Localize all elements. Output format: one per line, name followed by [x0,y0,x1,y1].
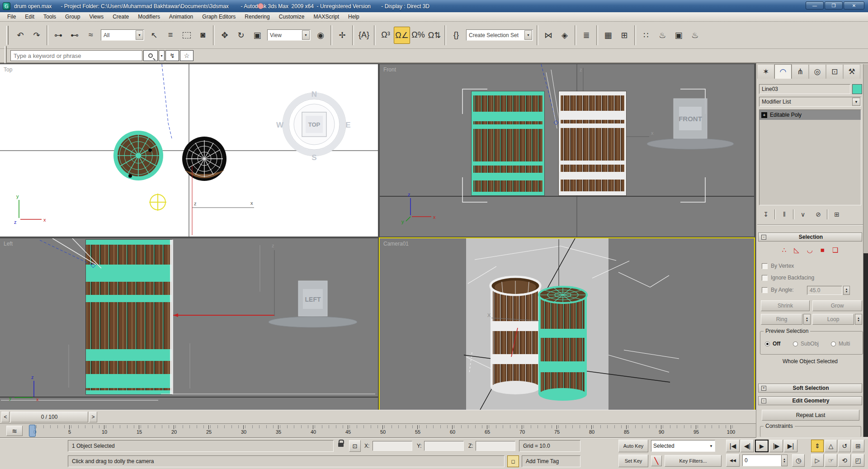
key-selection-dropdown[interactable]: Selected ▼ [651,440,715,452]
go-to-start-button[interactable]: |◀ [726,440,740,452]
tab-hierarchy[interactable]: ⋔ [792,64,809,79]
toolbar-separator[interactable] [374,25,376,45]
barrel-top-selected[interactable] [113,131,163,180]
menu-tools[interactable]: Tools [39,12,61,22]
barrel-camera-open[interactable] [491,277,540,394]
viewport-left[interactable]: Left [0,238,378,410]
curve-editor-button[interactable]: ▦ [600,27,616,44]
preview-off-option[interactable]: Off [765,341,780,347]
current-frame-field[interactable]: 0 [742,455,781,466]
viewcube-top[interactable]: TOP N E S W [276,90,351,162]
toolbar-separator[interactable] [444,25,446,45]
menu-group[interactable]: Group [61,12,85,22]
set-key-button[interactable]: Set Key [618,455,648,467]
previous-frame-button[interactable]: ◀| [741,440,754,452]
menu-views[interactable]: Views [85,12,108,22]
tab-utilities[interactable]: ⚒ [843,64,860,79]
edge-subobject-icon[interactable]: ◺ [794,246,799,254]
select-and-link-button[interactable]: ⊶ [50,27,66,44]
time-configuration-button[interactable]: ◷ [792,454,805,467]
tab-motion[interactable]: ◎ [809,64,826,79]
absolute-mode-button[interactable]: ⊡ [349,440,361,452]
selection-lock-icon[interactable] [338,443,344,447]
next-frame-button[interactable]: |▶ [769,440,783,452]
modifier-list-dropdown[interactable]: Modifier List [759,97,861,107]
mini-curve-editor-button[interactable]: ≋ [6,426,23,436]
toolbar-separator[interactable] [330,25,332,45]
element-subobject-icon[interactable]: ❑ [832,246,838,254]
viewport-camera[interactable]: Camera01 [379,237,755,411]
perspective-button[interactable]: △ [825,440,837,452]
grow-button[interactable]: Grow [812,300,862,311]
by-vertex-checkbox[interactable] [762,263,768,269]
go-to-end-button[interactable]: ▶| [784,440,797,452]
select-and-rotate-button[interactable]: ↻ [233,27,249,44]
time-slider-handle[interactable] [29,425,36,437]
toolbar-separator[interactable] [213,25,215,45]
scene-cube-icon[interactable]: ◻ [507,455,519,467]
render-setup-button[interactable]: ♨ [654,27,670,44]
roll-camera-button[interactable]: ↺ [838,440,851,452]
infocenter-grip[interactable] [5,46,7,65]
shrink-button[interactable]: Shrink [761,300,810,311]
percent-snap-button[interactable]: Ω% [410,27,426,44]
by-angle-checkbox[interactable] [762,287,768,293]
spinner-snap-button[interactable]: Ω⇅ [426,27,443,44]
barrel-front-wireframe[interactable] [559,91,626,195]
select-and-manipulate-button[interactable]: ✢ [334,27,350,44]
select-by-name-button[interactable]: ≡ [162,27,179,44]
border-subobject-icon[interactable]: ◡ [807,246,813,254]
menu-edit[interactable]: Edit [20,12,39,22]
soft-selection-rollout-header[interactable]: + Soft Selection [758,384,862,393]
new-key-pen-icon[interactable]: ╲ [651,455,662,466]
keyboard-override-button[interactable]: {A} [356,27,372,44]
barrel-top-wireframe[interactable] [182,137,226,181]
barrel-front-selected[interactable] [472,91,544,195]
loop-spinner[interactable] [855,314,862,325]
redo-button[interactable]: ↷ [28,27,45,44]
schematic-view-button[interactable]: ⊞ [616,27,632,44]
radio-multi[interactable] [831,341,836,346]
rectangular-selection-button[interactable] [179,27,195,44]
title-bar[interactable]: G drum open.max - Project Folder: C:\Use… [0,0,868,12]
toolbar-grip[interactable] [6,26,9,45]
preview-multi-option[interactable]: Multi [831,341,850,347]
by-angle-spinner[interactable] [843,286,850,295]
selection-filter-dropdown[interactable]: All [101,29,144,41]
object-color-swatch[interactable] [852,84,862,94]
modifier-stack[interactable]: + Editable Poly [759,109,861,205]
stack-tool-separator[interactable] [827,209,828,219]
angle-snap-button[interactable]: Ω∠ [394,27,410,44]
mirror-button[interactable]: ⋈ [540,27,557,44]
polygon-subobject-icon[interactable]: ■ [821,246,825,254]
viewcube-front[interactable]: FRONT [647,99,734,149]
show-end-result-button[interactable]: ‖ [778,209,791,220]
layer-manager-button[interactable]: ≣ [578,27,594,44]
selection-set-dropdown[interactable]: Create Selection Set [466,29,533,41]
frame-spinner[interactable] [781,455,788,466]
radio-off[interactable] [765,341,770,346]
toolbar-separator[interactable] [634,25,636,45]
barrel-camera-selected[interactable] [538,287,587,401]
stack-tool-separator[interactable] [774,209,776,219]
toolbar-separator[interactable] [596,25,598,45]
selection-rollout-header[interactable]: - Selection [758,232,862,242]
edit-geometry-rollout-header[interactable]: - Edit Geometry [758,396,862,405]
object-name-field[interactable]: Line03 [759,84,850,94]
window-crossing-button[interactable]: ◙ [195,27,211,44]
by-angle-field[interactable]: 45.0 [807,286,842,295]
align-button[interactable]: ◈ [557,27,573,44]
ring-spinner[interactable] [803,314,811,325]
repeat-last-button[interactable]: Repeat Last [762,410,859,421]
vertex-subobject-icon[interactable]: ∴ [782,246,787,254]
material-editor-button[interactable]: ∷ [638,27,654,44]
edit-named-selections-button[interactable]: {} [448,27,464,44]
pin-stack-button[interactable]: ↧ [759,209,773,220]
light-helper[interactable] [149,194,166,211]
reference-coordinate-dropdown[interactable]: View [267,29,311,41]
search-button[interactable] [143,50,158,61]
add-time-tag-panel[interactable]: Add Time Tag [522,455,580,467]
barrel-left-selected[interactable] [86,240,173,394]
tab-modify[interactable]: ◠ [774,64,792,79]
snaps-toggle-button[interactable]: Ω³ [377,27,394,44]
